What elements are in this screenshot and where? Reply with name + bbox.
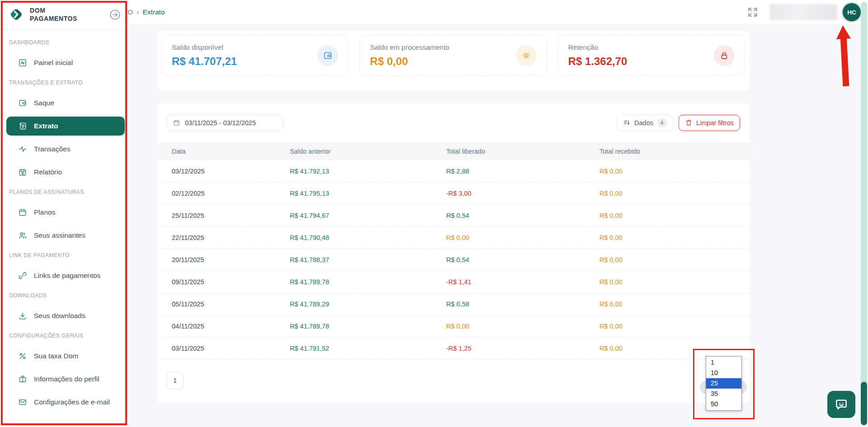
limpar-filtros-button[interactable]: Limpar filtros [679,115,740,131]
card-saldo-disponivel: Saldo disponível R$ 41.707,21 [161,35,349,76]
table-row: 04/11/2025R$ 41.789,78R$ 0,00R$ 0,00 [156,315,750,338]
panel-icon [18,58,27,67]
cell-total-liberado: R$ 0,54 [446,256,599,263]
breadcrumb-current: Extrato [142,8,165,16]
page-size-option-1[interactable]: 1 [706,357,741,368]
sidebar-item-label: Relatório [34,168,62,176]
cell-saldo-anterior: R$ 41.789,78 [290,323,446,330]
cell-total-recebido: R$ 0,00 [599,212,750,219]
topbar: TO › Extrato HC [128,0,868,24]
topbar-right: HC [747,0,861,24]
avatar[interactable]: HC [843,3,861,21]
pagination: 1 [166,372,750,389]
cell-data: 02/12/2025 [172,190,290,197]
scrollbar-thumb[interactable] [861,382,867,425]
calendar-search-icon [18,168,27,177]
sidebar-item-saque[interactable]: Saque [6,94,125,113]
cell-total-recebido: R$ 0,00 [599,345,750,352]
nav-section-label: TRANSAÇÕES E EXTRATO [9,80,122,86]
cell-data: 05/11/2025 [172,300,290,308]
date-range-input[interactable]: 03/11/2025 - 03/12/2025 [166,115,283,131]
date-range-value: 03/11/2025 - 03/12/2025 [185,119,256,127]
cell-total-recebido: R$ 0,00 [599,190,750,197]
brand-row: DOM PAGAMENTOS [0,0,127,29]
sidebar-nav: DASHBOARDSPainel inicialTRANSAÇÕES E EXT… [0,29,127,412]
cell-data: 04/11/2025 [172,323,290,330]
scrollbar-track[interactable] [861,2,867,425]
sidebar-item-links-de-pagamentos[interactable]: Links de pagamentos [6,266,125,285]
page-1-button[interactable]: 1 [166,372,184,389]
cell-total-liberado: -R$ 1,41 [446,278,599,286]
lock-icon [714,45,735,66]
table-body: 03/12/2025R$ 41.792,13R$ 2,88R$ 0,0002/1… [156,160,750,360]
nav-section-label: DOWNLOADS [9,292,122,299]
link-icon [18,271,27,280]
column-header: Saldo anterior [290,148,446,155]
nav-section-label: DASHBOARDS [9,39,122,46]
dados-count-badge: 4 [657,118,667,128]
limpar-filtros-label: Limpar filtros [696,119,734,127]
sidebar-item-label: Links de pagamentos [34,272,100,280]
fullscreen-icon[interactable] [747,6,759,18]
table-row: 03/12/2025R$ 41.792,13R$ 2,88R$ 0,00 [156,160,750,183]
chat-button[interactable] [827,391,855,418]
annotation-arrow-avatar [835,25,854,89]
cell-saldo-anterior: R$ 41.791,52 [290,345,446,352]
table-row: 20/11/2025R$ 41.788,37R$ 0,54R$ 0,00 [156,249,750,271]
sidebar-item-relatorio[interactable]: Relatório [6,163,125,182]
card-saldo-em-processamento: Saldo em processamento R$ 0,00 [359,35,547,76]
filter-row: 03/11/2025 - 03/12/2025 Dados 4 Limpar f… [156,103,750,142]
cell-total-liberado: -R$ 1,25 [446,345,599,352]
sidebar-item-label: Configurações de e-mail [34,398,110,406]
sidebar-item-seus-downloads[interactable]: Seus downloads [6,306,125,325]
sidebar-item-label: Painel inicial [34,59,73,67]
nav-section-label: CONFIGURAÇÕES GERAIS [9,333,122,339]
sidebar-item-seus-assinantes[interactable]: Seus assinantes [6,226,125,245]
sidebar-item-sua-taxa-dom[interactable]: Sua taxa Dom [6,347,125,366]
column-header: Total recebido [599,148,750,155]
cell-total-liberado: R$ 0,54 [446,212,599,219]
calendar-icon [173,119,180,127]
users-icon [18,231,27,240]
cell-saldo-anterior: R$ 41.789,29 [290,300,446,308]
cell-total-recebido: R$ 0,00 [599,323,750,330]
page-size-option-50[interactable]: 50 [706,399,741,409]
sidebar-item-label: Planos [34,208,55,216]
cell-total-recebido: R$ 0,00 [599,256,750,263]
extrato-table-panel: 03/11/2025 - 03/12/2025 Dados 4 Limpar f… [156,103,750,404]
sidebar-item-extrato[interactable]: Extrato [6,117,125,136]
dom-pagamentos-logo-icon [8,6,24,23]
sidebar-item-painel-inicial[interactable]: Painel inicial [6,53,125,72]
cell-total-liberado: R$ 2,88 [446,168,599,175]
sidebar-item-label: Saque [34,99,54,107]
cell-saldo-anterior: R$ 41.790,48 [290,234,446,241]
sidebar-item-configuracoes-de-email[interactable]: Configurações de e-mail [6,393,125,412]
sidebar: DOM PAGAMENTOS DASHBOARDSPainel inicialT… [0,0,128,427]
table-row: 03/11/2025R$ 41.791,52-R$ 1,25R$ 0,00 [156,338,750,360]
page-size-option-25[interactable]: 25 [706,378,741,389]
cell-data: 25/11/2025 [172,212,290,219]
dados-button[interactable]: Dados 4 [617,115,673,131]
column-header: Total liberado [446,148,599,155]
sidebar-item-planos[interactable]: Planos [6,203,125,222]
sort-icon [623,119,631,127]
column-header: Data [172,148,290,155]
sidebar-item-transacoes[interactable]: Transações [6,140,125,159]
page-size-option-35[interactable]: 35 [706,389,741,399]
table-row: 22/11/2025R$ 41.790,48R$ 0,00R$ 0,00 [156,227,750,249]
cell-saldo-anterior: R$ 41.789,78 [290,278,446,286]
wallet-icon [317,45,338,66]
cell-total-recebido: R$ 0,00 [599,300,750,308]
cell-data: 03/12/2025 [172,168,290,175]
summary-cards-panel: Saldo disponível R$ 41.707,21 Saldo em p… [156,30,750,91]
page-size-option-10[interactable]: 10 [706,368,741,378]
table-row: 05/11/2025R$ 41.789,29R$ 0,58R$ 0,00 [156,293,750,315]
sidebar-collapse-button[interactable] [109,9,121,21]
cell-data: 09/11/2025 [172,278,290,286]
nav-section-label: PLANOS DE ASSINATURAS [9,189,122,196]
sidebar-item-label: Transações [34,145,70,153]
card-retencao: Retenção R$ 1.362,70 [558,35,745,76]
sidebar-item-label: Seus assinantes [34,231,85,239]
sidebar-item-informacoes-do-perfil[interactable]: Informações do perfil [6,370,125,389]
summary-cards-row: Saldo disponível R$ 41.707,21 Saldo em p… [161,35,745,76]
